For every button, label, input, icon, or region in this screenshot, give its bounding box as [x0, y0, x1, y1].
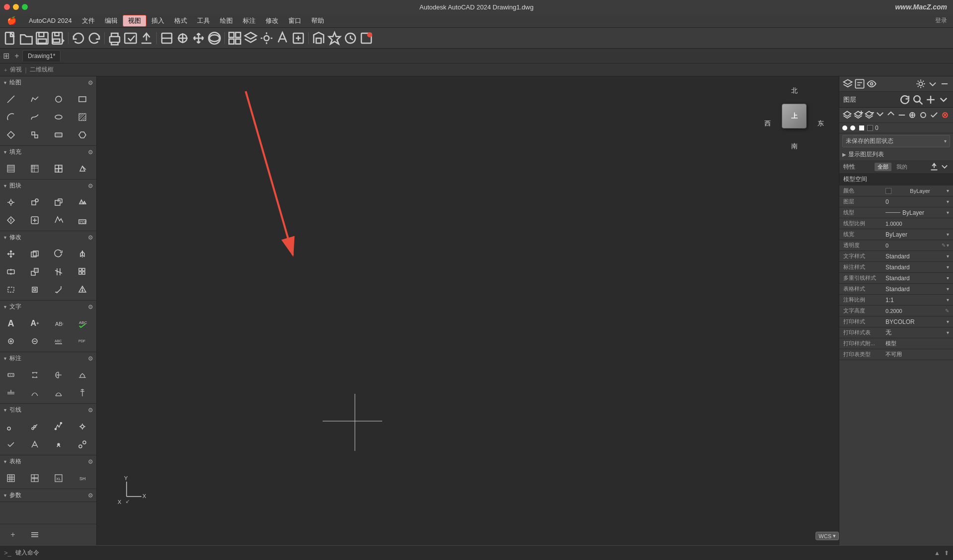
sidebar-section-dim-header[interactable]: ▼ 标注 ⚙: [0, 352, 96, 365]
toolbar-right2[interactable]: [327, 31, 342, 46]
mac-window-controls[interactable]: [4, 4, 28, 10]
layer-btn-5[interactable]: [886, 110, 896, 121]
tool-array[interactable]: [72, 263, 92, 280]
prop-value-linetype[interactable]: ByLayer ▾: [885, 209, 949, 216]
canvas-area[interactable]: 北 南 东 西 上 WCS ▾ X Y X ↙: [97, 76, 839, 545]
tool-fill3[interactable]: [49, 160, 68, 177]
tool-dim4[interactable]: [72, 367, 92, 383]
section-leader-gear[interactable]: ⚙: [88, 407, 93, 414]
prop-plotstyle-arrow[interactable]: ▾: [947, 319, 949, 324]
toolbar-print[interactable]: [107, 31, 122, 46]
prop-value-ltscale[interactable]: 1.0000: [885, 221, 949, 227]
tool-table1[interactable]: [1, 470, 21, 487]
toolbar-tools3[interactable]: [291, 31, 306, 46]
menu-file[interactable]: 文件: [77, 15, 100, 26]
toolbar-publish[interactable]: [139, 31, 154, 46]
toolbar-tools1[interactable]: [259, 31, 274, 46]
prop-color-arrow[interactable]: ▾: [947, 188, 949, 193]
toolbar-saveas[interactable]: [51, 31, 66, 46]
cube-face-container[interactable]: 上: [779, 101, 809, 131]
prop-value-annoscale[interactable]: 1:1 ▾: [885, 297, 949, 304]
layer-btn-red[interactable]: [940, 110, 950, 121]
toolbar-right3[interactable]: [343, 31, 358, 46]
tool-fill2[interactable]: [25, 160, 45, 177]
tool-arc[interactable]: [1, 109, 21, 125]
layer-btn-9[interactable]: [929, 110, 939, 121]
tool-extend[interactable]: [1, 281, 21, 298]
prop-transparency-edit[interactable]: ✎: [942, 243, 946, 248]
section-block-gear[interactable]: ⚙: [88, 183, 93, 189]
tool-scale[interactable]: [25, 263, 45, 280]
tool-move[interactable]: [1, 246, 21, 262]
tool-chamfer[interactable]: [49, 281, 68, 298]
rp-icon-view[interactable]: [866, 78, 877, 89]
layer-color-sq[interactable]: [867, 125, 873, 131]
viewcube[interactable]: 北 南 东 西 上: [764, 86, 824, 151]
prop-tablestyle-arrow[interactable]: ▾: [947, 286, 949, 292]
tool-fill1[interactable]: [1, 160, 21, 177]
prop-tab-all[interactable]: 全部: [875, 163, 891, 171]
menu-edit[interactable]: 编辑: [100, 15, 123, 26]
menu-window[interactable]: 窗口: [283, 15, 306, 26]
maximize-button[interactable]: [22, 4, 28, 10]
tool-explode[interactable]: [72, 281, 92, 298]
tool-stretch[interactable]: [1, 263, 21, 280]
tool-mirror[interactable]: [72, 246, 92, 262]
sidebar-section-fill-header[interactable]: ▼ 填充 ⚙: [0, 146, 96, 158]
tool-rotate[interactable]: [49, 246, 68, 262]
panel-icon-search[interactable]: [912, 94, 923, 105]
tool-leader2[interactable]: [25, 418, 45, 435]
tool-leader3[interactable]: [49, 418, 68, 435]
tool-line[interactable]: [1, 91, 21, 108]
menu-autocad[interactable]: AutoCAD 2024: [24, 16, 77, 25]
prop-lweight-arrow[interactable]: ▾: [947, 232, 949, 237]
section-dim-gear[interactable]: ⚙: [88, 355, 93, 362]
tool-spline[interactable]: [25, 109, 45, 125]
prop-transparency-dropdown[interactable]: ▾: [947, 243, 949, 248]
tool-text-a[interactable]: A: [1, 315, 21, 332]
tool-trim[interactable]: [49, 263, 68, 280]
sidebar-section-param-header[interactable]: ▼ 参数 ⚙: [0, 489, 96, 501]
sidebar-section-block-header[interactable]: ▼ 图块 ⚙: [0, 180, 96, 192]
prop-value-tablestyle[interactable]: Standard ▾: [885, 286, 949, 293]
sidebar-section-table-header[interactable]: ▼ 表格 ⚙: [0, 455, 96, 468]
menu-format[interactable]: 格式: [169, 15, 192, 26]
tool-leader1[interactable]: [1, 418, 21, 435]
tool-dim8[interactable]: [72, 384, 92, 401]
section-table-gear[interactable]: ⚙: [88, 458, 93, 465]
layer-visibility-dot[interactable]: [842, 125, 847, 130]
cmd-up-arrow[interactable]: ▲: [934, 550, 940, 557]
sidebar-section-modify-header[interactable]: ▼ 修改 ⚙: [0, 231, 96, 244]
layer-state-dropdown[interactable]: 未保存的图层状态 ▾: [842, 135, 950, 147]
tool-revision[interactable]: [72, 126, 92, 143]
tool-leader4[interactable]: [72, 418, 92, 435]
tool-dim2[interactable]: [25, 367, 45, 383]
prop-annoscale-arrow[interactable]: ▾: [947, 297, 949, 303]
menu-draw[interactable]: 绘图: [215, 15, 238, 26]
prop-value-plotstyle[interactable]: BYCOLOR ▾: [885, 318, 949, 325]
prop-value-color[interactable]: ByLayer ▾: [885, 188, 949, 194]
section-draw-gear[interactable]: ⚙: [88, 79, 93, 86]
close-button[interactable]: [4, 4, 10, 10]
sidebar-add-button[interactable]: +: [3, 526, 23, 543]
tool-leader6[interactable]: [25, 436, 45, 453]
breadcrumb-style[interactable]: 二维线框: [30, 65, 54, 74]
menu-annotate[interactable]: 标注: [238, 15, 261, 26]
props-icon-expand[interactable]: [940, 162, 949, 171]
rp-icon-collapse[interactable]: [939, 78, 950, 89]
tool-region[interactable]: [25, 126, 45, 143]
section-param-gear[interactable]: ⚙: [88, 492, 93, 499]
prop-textheight-edit[interactable]: ✎: [945, 308, 949, 313]
prop-plottable-arrow[interactable]: ▾: [947, 330, 949, 335]
section-modify-gear[interactable]: ⚙: [88, 234, 93, 241]
section-text-gear[interactable]: ⚙: [88, 304, 93, 311]
wcs-badge[interactable]: WCS ▾: [816, 532, 839, 540]
prop-value-transparency[interactable]: 0 ✎ ▾: [885, 243, 949, 249]
toolbar-save[interactable]: [35, 31, 50, 46]
tool-block1[interactable]: [1, 194, 21, 211]
layer-lock-sq[interactable]: [859, 125, 864, 130]
prop-value-layer[interactable]: 0 ▾: [885, 198, 949, 205]
rp-icon-layers[interactable]: [842, 78, 853, 89]
toolbar-preview[interactable]: [123, 31, 138, 46]
toolbar-redo[interactable]: [87, 31, 102, 46]
